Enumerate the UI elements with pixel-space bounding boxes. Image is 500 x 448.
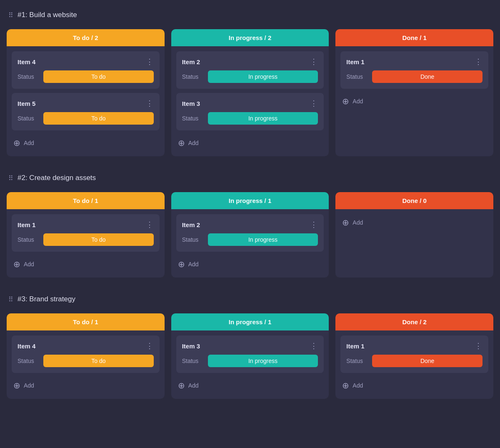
- column-header-c1-todo: To do / 2: [7, 29, 165, 46]
- card-row-i6: StatusTo do: [18, 233, 154, 246]
- card-header-i8: Item 4⋮: [18, 341, 154, 350]
- add-button-label: Add: [188, 140, 199, 146]
- card-i2: Item 5⋮StatusTo do: [12, 93, 160, 130]
- status-badge[interactable]: To do: [43, 70, 154, 83]
- drag-handle-icon[interactable]: ⠿: [8, 295, 13, 303]
- status-label: Status: [182, 115, 203, 122]
- drag-handle-icon[interactable]: ⠿: [8, 11, 13, 19]
- add-circle-icon: ⊕: [178, 381, 185, 390]
- column-header-c2-inprogress: In progress / 1: [171, 192, 329, 209]
- add-circle-icon: ⊕: [178, 260, 185, 268]
- add-circle-icon: ⊕: [13, 260, 20, 268]
- add-button-c3-inprogress[interactable]: ⊕Add: [176, 377, 324, 394]
- column-body-c3-done: Item 1⋮StatusDone⊕Add: [335, 330, 493, 399]
- add-button-c3-todo[interactable]: ⊕Add: [12, 377, 160, 394]
- card-menu-icon[interactable]: ⋮: [146, 341, 154, 350]
- column-c1-done: Done / 1Item 1⋮StatusDone⊕Add: [335, 29, 493, 156]
- column-header-c3-done: Done / 2: [335, 313, 493, 330]
- project-group-1: ⠿#1: Build a websiteTo do / 2Item 4⋮Stat…: [7, 7, 493, 156]
- card-title-i8: Item 4: [18, 343, 35, 350]
- card-menu-icon[interactable]: ⋮: [310, 99, 318, 108]
- status-badge[interactable]: To do: [43, 355, 154, 367]
- card-menu-icon[interactable]: ⋮: [146, 99, 154, 108]
- card-row-i4: StatusIn progress: [182, 112, 318, 125]
- card-menu-icon[interactable]: ⋮: [310, 220, 318, 229]
- status-label: Status: [346, 73, 367, 80]
- column-c2-todo: To do / 1Item 1⋮StatusTo do⊕Add: [7, 192, 165, 278]
- card-i1: Item 4⋮StatusTo do: [12, 51, 160, 89]
- add-circle-icon: ⊕: [13, 381, 20, 390]
- project-header-1: ⠿#1: Build a website: [7, 7, 493, 23]
- card-menu-icon[interactable]: ⋮: [310, 57, 318, 66]
- column-c3-todo: To do / 1Item 4⋮StatusTo do⊕Add: [7, 313, 165, 399]
- status-badge[interactable]: In progress: [208, 233, 318, 246]
- add-button-c2-done[interactable]: ⊕Add: [340, 214, 488, 231]
- column-header-c1-done: Done / 1: [335, 29, 493, 46]
- column-body-c2-todo: Item 1⋮StatusTo do⊕Add: [7, 209, 165, 278]
- project-title-2: #2: Create design assets: [18, 174, 96, 182]
- card-header-i2: Item 5⋮: [18, 99, 154, 108]
- add-button-c2-todo[interactable]: ⊕Add: [12, 256, 160, 273]
- card-i10: Item 1⋮StatusDone: [340, 335, 488, 373]
- column-header-c3-inprogress: In progress / 1: [171, 313, 329, 330]
- card-header-i10: Item 1⋮: [346, 341, 482, 350]
- status-badge[interactable]: To do: [43, 112, 154, 125]
- card-header-i5: Item 1⋮: [346, 57, 482, 66]
- column-body-c1-inprogress: Item 2⋮StatusIn progressItem 3⋮StatusIn …: [171, 46, 329, 156]
- column-body-c2-inprogress: Item 2⋮StatusIn progress⊕Add: [171, 209, 329, 278]
- status-badge[interactable]: Done: [372, 70, 482, 83]
- status-badge[interactable]: Done: [372, 355, 482, 367]
- card-i5: Item 1⋮StatusDone: [340, 51, 488, 89]
- add-circle-icon: ⊕: [13, 139, 20, 147]
- card-title-i9: Item 3: [182, 343, 200, 350]
- column-c1-todo: To do / 2Item 4⋮StatusTo doItem 5⋮Status…: [7, 29, 165, 156]
- card-title-i10: Item 1: [346, 343, 364, 350]
- card-title-i1: Item 4: [18, 58, 35, 65]
- card-i9: Item 3⋮StatusIn progress: [176, 335, 324, 373]
- card-i3: Item 2⋮StatusIn progress: [176, 51, 324, 89]
- add-button-c1-inprogress[interactable]: ⊕Add: [176, 135, 324, 151]
- card-header-i1: Item 4⋮: [18, 57, 154, 66]
- add-button-c3-done[interactable]: ⊕Add: [340, 377, 488, 394]
- card-menu-icon[interactable]: ⋮: [310, 341, 318, 350]
- drag-handle-icon[interactable]: ⠿: [8, 174, 13, 182]
- status-badge[interactable]: In progress: [208, 355, 318, 367]
- column-c1-inprogress: In progress / 2Item 2⋮StatusIn progressI…: [171, 29, 329, 156]
- column-body-c3-todo: Item 4⋮StatusTo do⊕Add: [7, 330, 165, 399]
- status-badge[interactable]: In progress: [208, 112, 318, 125]
- card-menu-icon[interactable]: ⋮: [475, 341, 482, 350]
- card-header-i9: Item 3⋮: [182, 341, 318, 350]
- add-button-c1-done[interactable]: ⊕Add: [340, 93, 488, 110]
- card-menu-icon[interactable]: ⋮: [146, 220, 154, 229]
- project-title-3: #3: Brand strategy: [18, 295, 75, 303]
- card-row-i9: StatusIn progress: [182, 355, 318, 367]
- add-circle-icon: ⊕: [342, 218, 349, 227]
- status-badge[interactable]: To do: [43, 233, 154, 246]
- card-menu-icon[interactable]: ⋮: [475, 57, 482, 66]
- status-label: Status: [182, 236, 203, 243]
- add-circle-icon: ⊕: [178, 139, 185, 147]
- card-row-i7: StatusIn progress: [182, 233, 318, 246]
- columns-row-2: To do / 1Item 1⋮StatusTo do⊕AddIn progre…: [7, 192, 493, 278]
- column-header-c2-done: Done / 0: [335, 192, 493, 209]
- column-c2-done: Done / 0⊕Add: [335, 192, 493, 278]
- status-label: Status: [346, 358, 367, 364]
- column-c2-inprogress: In progress / 1Item 2⋮StatusIn progress⊕…: [171, 192, 329, 278]
- add-button-label: Add: [188, 382, 199, 389]
- card-header-i7: Item 2⋮: [182, 220, 318, 229]
- add-button-label: Add: [24, 382, 34, 389]
- card-menu-icon[interactable]: ⋮: [146, 57, 154, 66]
- add-button-c2-inprogress[interactable]: ⊕Add: [176, 256, 324, 273]
- card-header-i6: Item 1⋮: [18, 220, 154, 229]
- add-button-label: Add: [24, 261, 34, 268]
- card-title-i2: Item 5: [18, 100, 35, 107]
- card-row-i3: StatusIn progress: [182, 70, 318, 83]
- card-i7: Item 2⋮StatusIn progress: [176, 214, 324, 252]
- card-i8: Item 4⋮StatusTo do: [12, 335, 160, 373]
- add-button-c1-todo[interactable]: ⊕Add: [12, 135, 160, 151]
- card-title-i6: Item 1: [18, 221, 35, 228]
- status-badge[interactable]: In progress: [208, 70, 318, 83]
- card-row-i2: StatusTo do: [18, 112, 154, 125]
- status-label: Status: [18, 358, 38, 364]
- column-header-c2-todo: To do / 1: [7, 192, 165, 209]
